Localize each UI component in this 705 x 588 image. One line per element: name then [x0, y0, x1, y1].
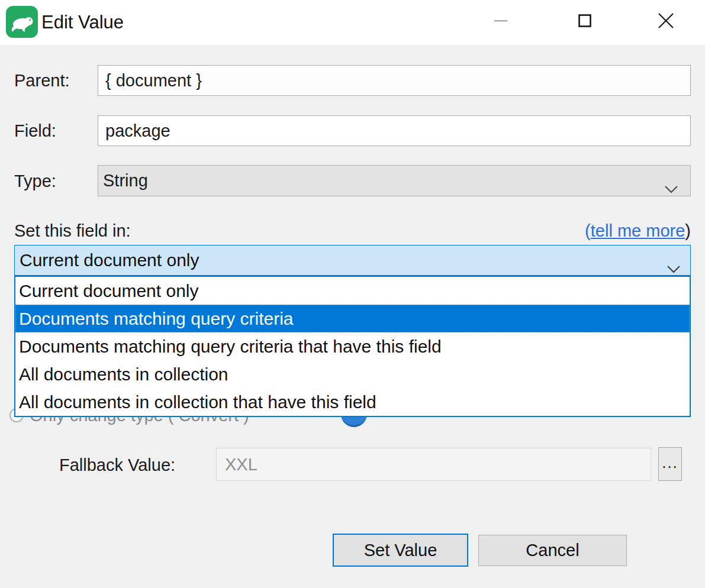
title-bar: Edit Value — [0, 0, 705, 46]
dropdown-option-documents-matching-query[interactable]: Documents matching query criteria — [15, 305, 690, 332]
edit-value-dialog: Edit Value Parent: Field: Type: String S… — [0, 0, 705, 588]
set-field-in-dropdown-value: Current document only — [20, 250, 199, 270]
set-field-in-label: Set this field in: — [14, 221, 131, 241]
browse-ellipsis-button[interactable]: ... — [658, 447, 682, 481]
manatee-app-icon — [6, 6, 38, 38]
minimize-icon[interactable] — [481, 0, 522, 41]
dropdown-option-current-document-only[interactable]: Current document only — [15, 277, 690, 305]
tell-me-more-link-wrap: (tell me more) — [585, 221, 691, 241]
cancel-button[interactable]: Cancel — [478, 535, 627, 566]
tell-me-more-link[interactable]: tell me more — [591, 221, 685, 240]
link-paren-open: ( — [585, 221, 591, 240]
type-dropdown[interactable]: String — [98, 165, 691, 196]
set-value-button[interactable]: Set Value — [333, 534, 468, 567]
dropdown-option-all-documents[interactable]: All documents in collection — [15, 360, 690, 388]
link-paren-close: ) — [685, 221, 691, 240]
set-field-in-dropdown-list: Current document only Documents matching… — [14, 276, 691, 417]
fallback-value-label: Fallback Value: — [59, 455, 175, 475]
dropdown-option-all-documents-have-field[interactable]: All documents in collection that have th… — [15, 388, 690, 416]
window-title: Edit Value — [41, 12, 124, 33]
field-label: Field: — [14, 121, 56, 141]
fallback-value-input[interactable] — [216, 448, 651, 481]
dropdown-option-documents-matching-query-have-field[interactable]: Documents matching query criteria that h… — [15, 332, 690, 360]
parent-label: Parent: — [14, 71, 70, 91]
chevron-down-icon — [667, 257, 681, 277]
type-label: Type: — [14, 172, 56, 191]
set-field-in-dropdown[interactable]: Current document only — [14, 245, 691, 276]
type-dropdown-value: String — [103, 171, 148, 190]
maximize-icon[interactable] — [564, 0, 606, 41]
close-icon[interactable] — [645, 0, 687, 41]
parent-field[interactable] — [98, 65, 691, 96]
chevron-down-icon — [664, 178, 678, 198]
field-name-field[interactable] — [98, 115, 691, 146]
